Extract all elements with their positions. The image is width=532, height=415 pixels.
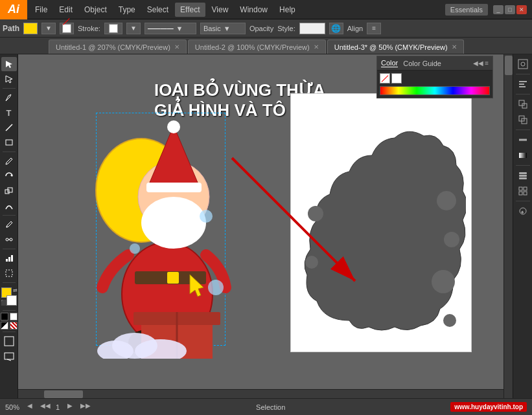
background-color[interactable] [6, 295, 17, 306]
pencil-tool[interactable] [1, 154, 17, 168]
align-panel-btn[interactable] [515, 77, 531, 91]
eyedropper-tool[interactable] [1, 218, 17, 232]
artboard-tool[interactable] [1, 266, 17, 280]
next-page-btn[interactable]: ▶ [65, 402, 75, 412]
color-spectrum[interactable] [380, 86, 490, 95]
panel-collapse-icon[interactable]: ◀◀ [473, 60, 483, 67]
toolbar-separator-1 [3, 88, 16, 89]
selection-tool[interactable] [1, 57, 17, 71]
white-swatch[interactable] [391, 73, 402, 84]
fill-color-swatch[interactable] [23, 23, 38, 34]
rotate-tool[interactable] [1, 169, 17, 183]
maximize-button[interactable]: □ [505, 5, 515, 14]
menu-file[interactable]: File [30, 3, 52, 17]
line-tool[interactable] [1, 120, 17, 135]
menu-bar: Ai File Edit Object Type Select Effect V… [0, 0, 532, 19]
minimize-button[interactable]: _ [493, 5, 503, 14]
page-number: 1 [56, 403, 60, 411]
tab-untitled1[interactable]: Untitled-1 @ 207% (CMYK/Preview) ✕ [49, 39, 187, 54]
transform-btn[interactable] [515, 97, 531, 111]
gradient-mode-btn[interactable] [1, 322, 8, 330]
swap-colors-icon[interactable]: ⇄ [13, 287, 17, 293]
basic-dropdown[interactable]: Basic▼ [200, 23, 246, 34]
svg-rect-61 [524, 187, 527, 190]
stroke-options-btn[interactable]: ▼ [126, 23, 141, 34]
scale-tool[interactable] [1, 184, 17, 198]
white-mode-btn[interactable] [10, 313, 17, 320]
essentials-button[interactable]: Essentials [445, 4, 488, 16]
rectangle-tool[interactable] [1, 135, 17, 150]
tab-untitled3[interactable]: Untitled-3* @ 50% (CMYK/Preview) ✕ [327, 39, 464, 54]
direct-selection-tool[interactable] [1, 72, 17, 86]
panel-menu-icon[interactable]: ≡ [485, 60, 489, 67]
svg-rect-62 [519, 192, 522, 195]
stroke-swatch[interactable] [104, 23, 122, 34]
scroll-thumb-h[interactable] [44, 390, 83, 398]
canvas-area[interactable]: Color Color Guide ◀◀ ≡ IOẠI BỎ VÙNG [18, 54, 513, 398]
stroke-panel-btn[interactable] [515, 133, 531, 147]
toolbar-separator-6 [3, 310, 16, 311]
line-style-dropdown[interactable]: ────▼ [145, 23, 196, 34]
vertical-scrollbar[interactable] [503, 54, 513, 398]
menu-select[interactable]: Select [142, 3, 174, 17]
toolbar-separator-2 [3, 151, 16, 152]
toolbar-separator-4 [3, 249, 16, 249]
symbols-btn[interactable]: ♠ [515, 204, 531, 218]
menu-view[interactable]: View [207, 3, 234, 17]
svg-point-23 [141, 197, 206, 249]
no-color-swatch[interactable] [380, 73, 390, 84]
svg-rect-57 [519, 172, 527, 174]
menu-type[interactable]: Type [113, 3, 141, 17]
pen-tool[interactable] [1, 91, 17, 105]
svg-line-2 [6, 124, 12, 131]
tab-untitled2[interactable]: Untitled-2 @ 100% (CMYK/Preview) ✕ [188, 39, 326, 54]
svg-rect-58 [519, 175, 527, 177]
normal-mode-btn[interactable] [1, 313, 8, 320]
menu-object[interactable]: Object [79, 3, 112, 17]
navigator-btn[interactable] [515, 57, 531, 71]
warp-tool[interactable] [1, 199, 17, 213]
screen-mode-btn[interactable] [1, 349, 17, 363]
stroke-icon[interactable] [60, 23, 74, 34]
style-swatch[interactable] [299, 23, 325, 34]
close-button[interactable]: ✕ [516, 5, 527, 14]
column-graph-tool[interactable] [1, 251, 17, 265]
tab-close-3[interactable]: ✕ [452, 43, 457, 50]
svg-rect-15 [5, 337, 14, 346]
svg-rect-3 [6, 140, 12, 145]
globe-button[interactable]: 🌐 [329, 23, 343, 34]
extra-options-btn[interactable]: ≡ [367, 23, 381, 34]
layers-btn[interactable] [515, 168, 531, 183]
fill-options-btn[interactable]: ▼ [41, 23, 56, 34]
svg-rect-59 [519, 177, 527, 179]
svg-point-8 [6, 238, 8, 241]
scroll-thumb-v[interactable] [505, 56, 513, 75]
menu-window[interactable]: Window [235, 3, 273, 17]
last-page-btn[interactable]: ▶▶ [80, 402, 91, 412]
horizontal-scrollbar[interactable] [18, 389, 503, 398]
blend-tool[interactable] [1, 232, 17, 247]
type-tool[interactable]: T [1, 106, 17, 120]
zoom-level: 50% [5, 403, 19, 411]
svg-point-42 [308, 206, 323, 221]
first-page-btn[interactable]: ◀◀ [40, 402, 51, 412]
santa-svg [76, 87, 251, 359]
svg-rect-56 [519, 153, 527, 158]
ai-logo: Ai [0, 0, 27, 19]
pathfinder-btn[interactable] [515, 113, 531, 127]
menu-help[interactable]: Help [274, 3, 301, 17]
reset-colors-icon[interactable]: ⬛ [1, 300, 7, 306]
artboards-btn[interactable] [515, 184, 531, 198]
pattern-mode-btn[interactable] [10, 322, 17, 330]
gradient-panel-btn[interactable] [515, 148, 531, 163]
prev-page-btn[interactable]: ◀ [25, 402, 35, 412]
draw-mode-btn[interactable] [1, 334, 17, 348]
align-label[interactable]: Align [347, 25, 363, 32]
right-sep-2 [516, 94, 530, 95]
color-guide-tab[interactable]: Color Guide [403, 60, 441, 67]
menu-edit[interactable]: Edit [54, 3, 78, 17]
tab-close-2[interactable]: ✕ [314, 43, 319, 50]
menu-effect[interactable]: Effect [175, 3, 205, 17]
color-tab[interactable]: Color [381, 59, 398, 67]
tab-close-1[interactable]: ✕ [174, 43, 179, 50]
